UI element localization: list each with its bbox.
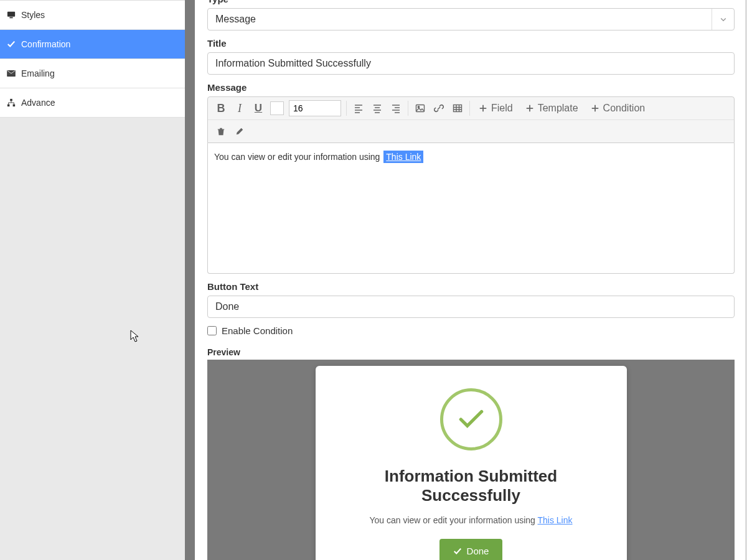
- bold-button[interactable]: B: [212, 100, 230, 117]
- insert-condition-button[interactable]: Condition: [585, 100, 652, 117]
- sidebar-item-label: Styles: [21, 10, 45, 20]
- type-value: Message: [215, 14, 256, 25]
- field-type: Type Message: [207, 0, 735, 30]
- align-left-button[interactable]: [349, 100, 368, 117]
- sidebar-item-label: Emailing: [21, 68, 55, 78]
- display-icon: [6, 11, 16, 19]
- sidebar-item-confirmation[interactable]: Confirmation: [0, 30, 185, 59]
- sidebar-item-styles[interactable]: Styles: [0, 1, 185, 30]
- text-color-swatch[interactable]: [270, 101, 284, 115]
- enable-condition-checkbox[interactable]: [207, 326, 217, 335]
- envelope-icon: [6, 69, 16, 78]
- title-input[interactable]: [207, 52, 735, 75]
- svg-point-7: [418, 106, 419, 108]
- field-title: Title: [207, 38, 735, 75]
- button-text-input[interactable]: [207, 296, 735, 318]
- underline-button[interactable]: U: [249, 100, 268, 117]
- svg-rect-6: [416, 105, 425, 112]
- editor-link[interactable]: This Link: [383, 151, 423, 163]
- delete-button[interactable]: [212, 123, 230, 140]
- field-message: Message B I U: [207, 82, 735, 274]
- editor-text: You can view or edit your information us…: [214, 152, 382, 162]
- italic-button[interactable]: I: [230, 100, 249, 117]
- svg-rect-4: [7, 105, 10, 107]
- insert-template-button[interactable]: Template: [519, 100, 585, 117]
- message-editor[interactable]: You can view or edit your information us…: [207, 143, 735, 274]
- preview-area: Information Submitted Successfully You c…: [207, 360, 735, 560]
- preview-label: Preview: [207, 347, 735, 357]
- field-button-text: Button Text: [207, 281, 735, 318]
- sidebar-item-advance[interactable]: Advance: [0, 88, 185, 118]
- preview-link[interactable]: This Link: [538, 515, 573, 525]
- check-icon: [6, 40, 16, 49]
- svg-rect-8: [454, 105, 462, 112]
- message-label: Message: [207, 82, 735, 93]
- preview-title: Information Submitted Successfully: [334, 467, 608, 505]
- title-label: Title: [207, 38, 735, 49]
- type-select[interactable]: Message: [207, 8, 735, 30]
- preview-message: You can view or edit your information us…: [334, 515, 608, 525]
- preview-done-button[interactable]: Done: [439, 539, 503, 560]
- sidebar-item-label: Advance: [21, 98, 55, 108]
- chevron-down-icon: [712, 9, 734, 30]
- success-check-icon: [440, 388, 502, 450]
- button-text-label: Button Text: [207, 281, 735, 292]
- enable-condition-label: Enable Condition: [222, 325, 293, 336]
- editor-toolbar: B I U: [207, 96, 735, 143]
- align-right-button[interactable]: [387, 100, 405, 117]
- svg-rect-1: [9, 17, 12, 19]
- svg-rect-5: [13, 105, 16, 107]
- image-button[interactable]: [411, 100, 430, 117]
- nodes-icon: [6, 98, 16, 107]
- table-button[interactable]: [448, 100, 467, 117]
- edit-button[interactable]: [230, 123, 249, 140]
- svg-rect-3: [10, 99, 12, 101]
- sidebar-item-emailing[interactable]: Emailing: [0, 59, 185, 88]
- page-gutter: [185, 0, 195, 560]
- type-label: Type: [207, 0, 735, 4]
- font-size-input[interactable]: [289, 100, 341, 116]
- align-center-button[interactable]: [368, 100, 387, 117]
- sidebar: Styles Confirmation Emailing Advance: [0, 0, 185, 560]
- sidebar-item-label: Confirmation: [21, 39, 70, 49]
- enable-condition-row[interactable]: Enable Condition: [207, 325, 735, 336]
- svg-rect-0: [7, 12, 15, 17]
- insert-field-button[interactable]: Field: [472, 100, 519, 117]
- preview-card: Information Submitted Successfully You c…: [316, 366, 627, 560]
- main-content: Type Message Title Message B I U: [195, 0, 747, 560]
- link-button[interactable]: [430, 100, 448, 117]
